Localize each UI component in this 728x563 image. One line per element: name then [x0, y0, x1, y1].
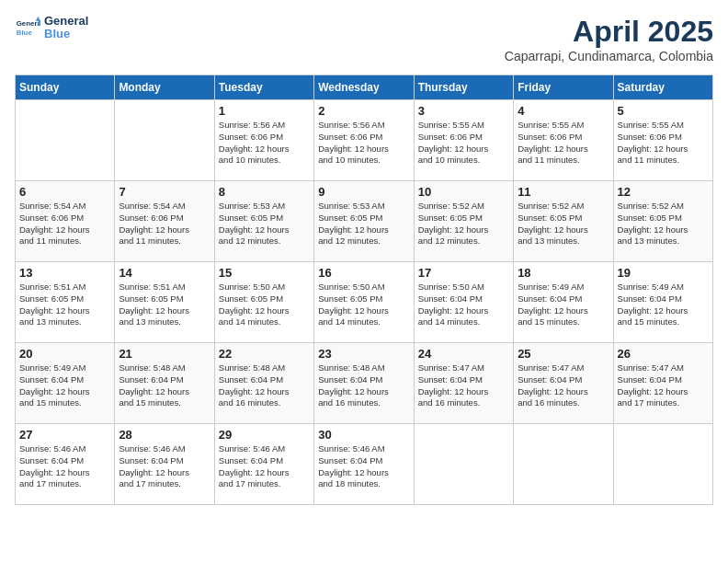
weekday-header-tuesday: Tuesday [214, 75, 313, 100]
cell-info: Sunrise: 5:56 AMSunset: 6:06 PMDaylight:… [219, 120, 310, 167]
cell-info: Sunrise: 5:50 AMSunset: 6:05 PMDaylight:… [318, 282, 409, 328]
weekday-header-friday: Friday [514, 75, 613, 100]
cell-info: Sunrise: 5:49 AMSunset: 6:04 PMDaylight:… [518, 282, 609, 328]
calendar-cell: 20Sunrise: 5:49 AMSunset: 6:04 PMDayligh… [16, 343, 115, 424]
cell-info: Sunrise: 5:54 AMSunset: 6:06 PMDaylight:… [19, 201, 110, 247]
weekday-row: SundayMondayTuesdayWednesdayThursdayFrid… [16, 75, 713, 100]
day-number: 11 [518, 185, 609, 199]
calendar-cell: 29Sunrise: 5:46 AMSunset: 6:04 PMDayligh… [214, 424, 313, 505]
day-number: 8 [219, 185, 310, 199]
cell-info: Sunrise: 5:54 AMSunset: 6:06 PMDaylight:… [119, 201, 210, 247]
cell-info: Sunrise: 5:50 AMSunset: 6:05 PMDaylight:… [219, 282, 310, 328]
calendar-week-2: 6Sunrise: 5:54 AMSunset: 6:06 PMDaylight… [16, 181, 713, 262]
calendar-cell: 19Sunrise: 5:49 AMSunset: 6:04 PMDayligh… [613, 262, 712, 343]
title-block: April 2025 Caparrapi, Cundinamarca, Colo… [505, 15, 713, 63]
day-number: 23 [318, 347, 409, 361]
calendar-week-5: 27Sunrise: 5:46 AMSunset: 6:04 PMDayligh… [16, 424, 713, 505]
month-title: April 2025 [505, 15, 713, 49]
calendar-cell: 6Sunrise: 5:54 AMSunset: 6:06 PMDaylight… [16, 181, 115, 262]
day-number: 19 [618, 266, 709, 280]
calendar-cell: 11Sunrise: 5:52 AMSunset: 6:05 PMDayligh… [514, 181, 613, 262]
day-number: 17 [418, 266, 509, 280]
weekday-header-wednesday: Wednesday [314, 75, 414, 100]
day-number: 6 [19, 185, 110, 199]
calendar-table: SundayMondayTuesdayWednesdayThursdayFrid… [15, 75, 713, 505]
cell-info: Sunrise: 5:48 AMSunset: 6:04 PMDaylight:… [219, 362, 310, 409]
day-number: 12 [618, 185, 709, 199]
calendar-cell [115, 100, 214, 181]
cell-info: Sunrise: 5:55 AMSunset: 6:06 PMDaylight:… [418, 120, 509, 167]
cell-info: Sunrise: 5:47 AMSunset: 6:04 PMDaylight:… [618, 362, 709, 409]
calendar-header: SundayMondayTuesdayWednesdayThursdayFrid… [16, 75, 713, 100]
calendar-week-3: 13Sunrise: 5:51 AMSunset: 6:05 PMDayligh… [16, 262, 713, 343]
svg-text:Blue: Blue [17, 29, 33, 37]
day-number: 28 [119, 428, 210, 442]
logo-general: General [44, 14, 88, 28]
calendar-cell: 27Sunrise: 5:46 AMSunset: 6:04 PMDayligh… [16, 424, 115, 505]
calendar-cell: 28Sunrise: 5:46 AMSunset: 6:04 PMDayligh… [115, 424, 214, 505]
day-number: 5 [618, 104, 709, 118]
cell-info: Sunrise: 5:48 AMSunset: 6:04 PMDaylight:… [318, 362, 409, 409]
cell-info: Sunrise: 5:50 AMSunset: 6:04 PMDaylight:… [418, 282, 509, 328]
cell-info: Sunrise: 5:46 AMSunset: 6:04 PMDaylight:… [219, 443, 310, 490]
calendar-cell: 8Sunrise: 5:53 AMSunset: 6:05 PMDaylight… [214, 181, 313, 262]
day-number: 9 [318, 185, 409, 199]
day-number: 16 [318, 266, 409, 280]
calendar-cell: 30Sunrise: 5:46 AMSunset: 6:04 PMDayligh… [314, 424, 414, 505]
cell-info: Sunrise: 5:49 AMSunset: 6:04 PMDaylight:… [19, 362, 110, 409]
day-number: 18 [518, 266, 609, 280]
day-number: 15 [219, 266, 310, 280]
weekday-header-monday: Monday [115, 75, 214, 100]
day-number: 20 [19, 347, 110, 361]
day-number: 4 [518, 104, 609, 118]
calendar-week-4: 20Sunrise: 5:49 AMSunset: 6:04 PMDayligh… [16, 343, 713, 424]
calendar-cell: 18Sunrise: 5:49 AMSunset: 6:04 PMDayligh… [514, 262, 613, 343]
logo: General Blue General Blue [15, 15, 88, 41]
logo-icon: General Blue [15, 15, 40, 40]
day-number: 27 [19, 428, 110, 442]
calendar-cell: 16Sunrise: 5:50 AMSunset: 6:05 PMDayligh… [314, 262, 414, 343]
calendar-cell: 9Sunrise: 5:53 AMSunset: 6:05 PMDaylight… [314, 181, 414, 262]
day-number: 14 [119, 266, 210, 280]
cell-info: Sunrise: 5:51 AMSunset: 6:05 PMDaylight:… [119, 282, 210, 328]
day-number: 29 [219, 428, 310, 442]
day-number: 3 [418, 104, 509, 118]
calendar-cell: 25Sunrise: 5:47 AMSunset: 6:04 PMDayligh… [514, 343, 613, 424]
calendar-cell: 1Sunrise: 5:56 AMSunset: 6:06 PMDaylight… [214, 100, 313, 181]
calendar-cell: 4Sunrise: 5:55 AMSunset: 6:06 PMDaylight… [514, 100, 613, 181]
calendar-cell: 3Sunrise: 5:55 AMSunset: 6:06 PMDaylight… [414, 100, 513, 181]
cell-info: Sunrise: 5:48 AMSunset: 6:04 PMDaylight:… [119, 362, 210, 409]
cell-info: Sunrise: 5:52 AMSunset: 6:05 PMDaylight:… [618, 201, 709, 247]
calendar-cell: 2Sunrise: 5:56 AMSunset: 6:06 PMDaylight… [314, 100, 414, 181]
cell-info: Sunrise: 5:52 AMSunset: 6:05 PMDaylight:… [418, 201, 509, 247]
cell-info: Sunrise: 5:47 AMSunset: 6:04 PMDaylight:… [518, 362, 609, 409]
cell-info: Sunrise: 5:49 AMSunset: 6:04 PMDaylight:… [618, 282, 709, 328]
location-title: Caparrapi, Cundinamarca, Colombia [505, 49, 713, 63]
calendar-cell: 24Sunrise: 5:47 AMSunset: 6:04 PMDayligh… [414, 343, 513, 424]
day-number: 25 [518, 347, 609, 361]
day-number: 2 [318, 104, 409, 118]
day-number: 22 [219, 347, 310, 361]
day-number: 21 [119, 347, 210, 361]
day-number: 26 [618, 347, 709, 361]
calendar-body: 1Sunrise: 5:56 AMSunset: 6:06 PMDaylight… [16, 100, 713, 505]
day-number: 30 [318, 428, 409, 442]
cell-info: Sunrise: 5:52 AMSunset: 6:05 PMDaylight:… [518, 201, 609, 247]
cell-info: Sunrise: 5:53 AMSunset: 6:05 PMDaylight:… [318, 201, 409, 247]
weekday-header-sunday: Sunday [16, 75, 115, 100]
calendar-cell: 26Sunrise: 5:47 AMSunset: 6:04 PMDayligh… [613, 343, 712, 424]
cell-info: Sunrise: 5:53 AMSunset: 6:05 PMDaylight:… [219, 201, 310, 247]
calendar-cell: 13Sunrise: 5:51 AMSunset: 6:05 PMDayligh… [16, 262, 115, 343]
calendar-cell: 22Sunrise: 5:48 AMSunset: 6:04 PMDayligh… [214, 343, 313, 424]
calendar-cell [514, 424, 613, 505]
cell-info: Sunrise: 5:46 AMSunset: 6:04 PMDaylight:… [318, 443, 409, 490]
calendar-cell: 5Sunrise: 5:55 AMSunset: 6:06 PMDaylight… [613, 100, 712, 181]
cell-info: Sunrise: 5:46 AMSunset: 6:04 PMDaylight:… [119, 443, 210, 490]
calendar-cell [613, 424, 712, 505]
cell-info: Sunrise: 5:51 AMSunset: 6:05 PMDaylight:… [19, 282, 110, 328]
calendar-cell: 15Sunrise: 5:50 AMSunset: 6:05 PMDayligh… [214, 262, 313, 343]
weekday-header-saturday: Saturday [613, 75, 712, 100]
day-number: 10 [418, 185, 509, 199]
day-number: 7 [119, 185, 210, 199]
cell-info: Sunrise: 5:47 AMSunset: 6:04 PMDaylight:… [418, 362, 509, 409]
